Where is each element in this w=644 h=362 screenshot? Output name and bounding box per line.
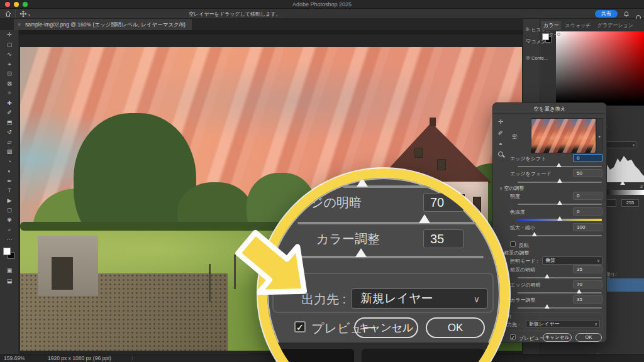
histogram-icon[interactable]: ⊪ (526, 26, 530, 32)
slider-value-field[interactable]: 0 (573, 154, 602, 162)
sky-move-tool-icon[interactable]: ✛ (496, 117, 506, 127)
bell-icon[interactable] (623, 11, 630, 18)
foreground-color-swatch[interactable] (542, 33, 549, 40)
share-button[interactable]: 共有 (595, 10, 618, 18)
slider-track[interactable] (518, 277, 602, 278)
slider-track[interactable] (518, 307, 602, 309)
slider-thumb[interactable] (557, 178, 562, 183)
tab-swatches[interactable]: スウォッチ (563, 21, 594, 30)
slider-thumb[interactable] (545, 274, 550, 278)
path-select-tool-icon[interactable]: ▶ (0, 196, 19, 206)
object-selection-tool-icon[interactable]: ⌖ (0, 60, 19, 70)
preview-label: プレビュー (519, 335, 545, 342)
slider-value-field[interactable]: 100 (573, 223, 602, 231)
shape-tool-icon[interactable]: ◻ (0, 206, 19, 216)
dodge-tool-icon[interactable]: ◐ (0, 167, 19, 177)
zoom-tool-icon[interactable]: ⌕ (0, 225, 19, 235)
slider-value-field[interactable]: 35 (573, 295, 602, 304)
sky-preset-thumbnail[interactable] (531, 118, 596, 153)
slider-label: カラー調整 (510, 297, 535, 304)
slider-thumb[interactable] (545, 304, 550, 309)
move-tool-icon[interactable] (20, 11, 26, 17)
status-chevron-icon[interactable]: 〉 (131, 354, 136, 362)
quick-mask-icon[interactable]: ▣ (0, 266, 19, 276)
slider-thumb[interactable] (557, 216, 562, 221)
close-tab-icon[interactable]: × (18, 19, 21, 30)
sky-brush-tool-icon[interactable]: ✐ (496, 128, 506, 138)
slider-track[interactable] (518, 292, 602, 293)
tab-color[interactable]: カラー (541, 21, 561, 30)
slider-track[interactable] (518, 235, 602, 236)
slider-thumb[interactable] (577, 289, 582, 293)
sky-preset-expander[interactable]: ▸ (596, 118, 603, 153)
preview-checkbox[interactable]: ✓ (510, 334, 516, 340)
levels-output-field[interactable]: 255 (621, 199, 639, 207)
mac-title-bar: Adobe Photoshop 2025 (0, 0, 644, 9)
eraser-tool-icon[interactable]: ▱ (0, 138, 19, 148)
levels-gradient-bar[interactable] (601, 190, 644, 195)
slider-value-field[interactable]: 35 (573, 265, 602, 273)
slider-value-field[interactable]: 50 (573, 169, 602, 177)
eyedropper-tool-icon[interactable]: ✧ (0, 89, 19, 99)
pen-tool-icon[interactable]: ✒ (0, 177, 19, 187)
screen-mode-icon[interactable]: ⬓ (0, 277, 19, 287)
type-tool-icon[interactable]: T (0, 186, 19, 196)
magnified-slider-track (297, 222, 484, 224)
tab-well-shadow (19, 30, 523, 35)
slider-value-field[interactable]: 0 (573, 192, 602, 200)
output-to-select[interactable]: 新規レイヤー∨ (526, 320, 600, 328)
healing-brush-tool-icon[interactable]: ✚ (0, 99, 19, 109)
tab-gradients[interactable]: グラデーション (595, 21, 636, 30)
hand-tool-icon[interactable]: ✾ (0, 216, 19, 226)
chevron-down-icon[interactable]: ▾ (28, 13, 30, 17)
home-icon[interactable] (5, 11, 11, 17)
slider-track[interactable] (518, 166, 602, 167)
marquee-tool-icon[interactable]: ▢ (0, 40, 19, 50)
photo-chimney (430, 118, 436, 126)
history-brush-tool-icon[interactable]: ↺ (0, 128, 19, 138)
slider-label: 色温度 (510, 209, 525, 216)
photo-stone-wall (38, 236, 98, 296)
lasso-tool-icon[interactable]: ∿ (0, 50, 19, 60)
crop-tool-icon[interactable]: ⊡ (0, 69, 19, 79)
content-credentials-icon[interactable]: ◎ (526, 55, 530, 60)
slider-track[interactable] (518, 204, 602, 205)
slider-thumb[interactable] (532, 232, 537, 236)
temperature-slider-track[interactable] (518, 219, 602, 221)
document-tab[interactable]: × sample-img02.png @ 160% (エッジ照明レベル, レイヤ… (14, 19, 192, 30)
magnified-ok-button: OK (426, 317, 485, 338)
gradient-tool-icon[interactable]: ▨ (0, 147, 19, 157)
invert-checkbox[interactable] (510, 241, 516, 247)
zoom-level[interactable]: 159.69% (4, 354, 25, 362)
ok-button[interactable]: OK (575, 333, 602, 342)
cancel-button[interactable]: キャンセル (543, 333, 572, 342)
blur-tool-icon[interactable]: ◔ (0, 157, 19, 167)
levels-output-thumb[interactable] (620, 181, 625, 185)
tools-panel: ✛▢∿⌖⊡⊠✧✚✐⬒↺▱▨◔◐✒T▶◻✾⌕⋯ ▣ ⬓ (0, 30, 19, 362)
comment-icon[interactable]: 🗨 (526, 38, 531, 44)
frame-tool-icon[interactable]: ⊠ (0, 79, 19, 89)
zoom-tool-icon[interactable] (496, 150, 506, 160)
slider-track[interactable] (518, 182, 602, 183)
panel-color-swatches (542, 33, 553, 45)
slider-thumb[interactable] (557, 163, 562, 167)
slider-thumb[interactable] (557, 200, 562, 205)
move-tool-icon[interactable]: ✛ (0, 30, 19, 40)
slider-label: エッジをフェード (510, 170, 551, 177)
section-sky-adjust[interactable]: ∨ 空の調整 (499, 185, 525, 192)
hand-tool-icon[interactable]: ◓ (496, 140, 506, 150)
section-fg-adjust[interactable]: ∨ 前景の調整 (499, 250, 530, 256)
rail-item-content[interactable]: Conte... (531, 55, 548, 61)
magnified-panel-block (280, 349, 354, 362)
lighting-mode-select[interactable]: 乗算∨ (542, 256, 602, 265)
color-picker-field[interactable] (556, 31, 644, 106)
more-tools-icon[interactable]: ⋯ (0, 235, 19, 245)
foreground-color-swatch[interactable] (3, 248, 11, 255)
slider-value-field[interactable]: 0 (573, 207, 602, 216)
color-picker-marker[interactable] (557, 33, 560, 36)
divider (493, 113, 606, 114)
magnified-output-to-select: 新規レイヤー∨ (351, 288, 488, 309)
clone-stamp-tool-icon[interactable]: ⬒ (0, 118, 19, 128)
brush-tool-icon[interactable]: ✐ (0, 108, 19, 118)
slider-value-field[interactable]: 70 (573, 280, 602, 288)
